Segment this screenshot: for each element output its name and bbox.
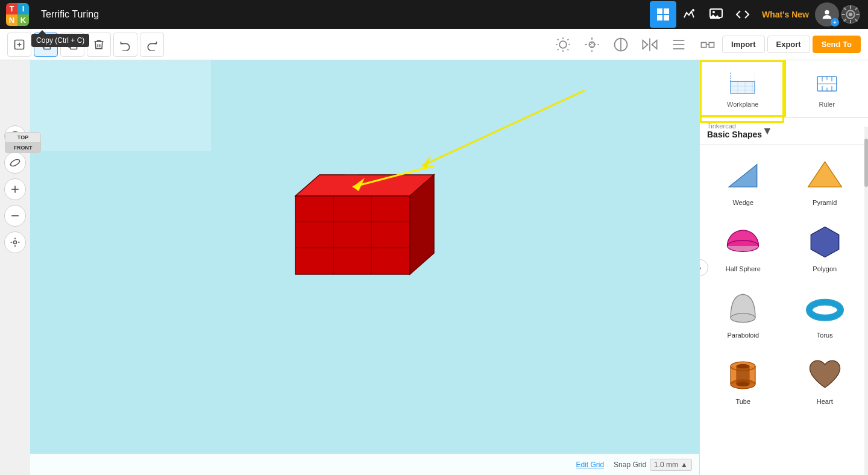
torus-label: Torus — [817, 332, 833, 339]
shape-paraboloid[interactable]: Paraboloid — [705, 282, 782, 344]
build-button[interactable] — [676, 1, 703, 28]
svg-point-10 — [825, 10, 829, 14]
export-button[interactable]: Export — [767, 36, 810, 53]
svg-point-7 — [692, 9, 694, 11]
3d-box[interactable] — [247, 154, 440, 316]
polygon-icon — [804, 221, 846, 263]
shape-pyramid[interactable]: Pyramid — [787, 149, 864, 211]
shape-half-sphere[interactable]: Half Sphere — [705, 216, 782, 277]
polygon-label: Polygon — [813, 265, 837, 272]
design-canvas[interactable]: Edit Grid Snap Grid 1.0 mm ▲ — [30, 60, 699, 475]
svg-line-31 — [558, 39, 559, 40]
shape-heart[interactable]: Heart — [787, 348, 864, 410]
tinkercad-logo[interactable]: T I N K — [6, 3, 29, 26]
undo-button[interactable] — [113, 33, 137, 57]
edit-grid-label[interactable]: Edit Grid — [576, 461, 604, 469]
paraboloid-icon — [722, 287, 764, 329]
align-button[interactable] — [667, 33, 691, 57]
svg-marker-41 — [643, 40, 647, 49]
user-profile-button[interactable]: + — [815, 2, 839, 27]
circle-button[interactable] — [609, 33, 633, 57]
workplane-button[interactable]: Workplane — [700, 60, 786, 117]
light-button[interactable] — [551, 33, 575, 57]
heart-icon — [804, 353, 846, 395]
fit-view-button[interactable] — [4, 231, 26, 253]
group-button[interactable] — [696, 33, 720, 57]
svg-marker-94 — [811, 227, 838, 257]
svg-point-13 — [849, 13, 853, 17]
view-cube-top: TOP — [5, 133, 40, 143]
svg-line-32 — [567, 49, 568, 50]
shape-tube[interactable]: Tube — [705, 348, 782, 410]
svg-point-55 — [14, 241, 17, 244]
copy-tooltip: Copy (Ctrl + C) — [31, 34, 89, 47]
redo-button[interactable] — [140, 33, 164, 57]
pyramid-icon — [804, 154, 846, 197]
svg-rect-6 — [664, 15, 669, 20]
right-panel: › Workplane — [699, 60, 868, 475]
orbit-button[interactable] — [4, 152, 26, 174]
zoom-in-button[interactable] — [4, 178, 26, 200]
svg-marker-42 — [652, 40, 657, 49]
ruler-label: Ruler — [819, 101, 835, 108]
project-title[interactable]: Terrific Turing — [41, 9, 650, 20]
view-cube[interactable]: TOP FRONT — [5, 132, 41, 153]
grid-overlay — [30, 60, 211, 151]
logo-i: I — [17, 3, 29, 14]
svg-rect-71 — [731, 81, 755, 93]
half-sphere-icon — [722, 221, 764, 263]
import-button[interactable]: Import — [722, 36, 764, 53]
snap-grid-control: Snap Grid 1.0 mm ▲ — [614, 459, 692, 471]
gallery-button[interactable] — [703, 1, 729, 28]
category-dropdown-button[interactable]: ▼ — [762, 125, 773, 137]
settings-button[interactable] — [839, 3, 862, 26]
tube-label: Tube — [735, 398, 750, 405]
add-user-badge: + — [831, 18, 839, 27]
shape-torus[interactable]: Torus — [787, 282, 864, 344]
logo-n: N — [6, 14, 17, 26]
shape-polygon[interactable]: Polygon — [787, 216, 864, 277]
torus-icon — [804, 287, 846, 329]
svg-rect-46 — [702, 42, 706, 47]
mirror-button[interactable] — [638, 33, 662, 57]
tube-icon — [722, 353, 764, 395]
whats-new-button[interactable]: What's New — [756, 6, 815, 23]
heart-label: Heart — [817, 398, 833, 405]
view-cube-front: FRONT — [5, 143, 40, 153]
category-bar: Tinkercad Basic Shapes ▼ — [700, 118, 868, 145]
workplane-label: Workplane — [727, 101, 758, 108]
zoom-out-button[interactable] — [4, 205, 26, 227]
delete-button[interactable] — [87, 33, 111, 57]
half-sphere-label: Half Sphere — [726, 265, 761, 272]
pyramid-label: Pyramid — [813, 199, 837, 206]
top-navigation: T I N K Terrific Turing What's New + — [0, 0, 868, 29]
snap-value[interactable]: 1.0 mm ▲ — [650, 459, 692, 471]
new-button[interactable] — [7, 33, 31, 57]
snap-button[interactable] — [580, 33, 604, 57]
svg-line-35 — [558, 49, 559, 50]
grid-view-button[interactable] — [650, 1, 676, 28]
shape-wedge[interactable]: Wedge — [705, 149, 782, 211]
logo-k: K — [17, 14, 29, 26]
svg-point-28 — [559, 41, 567, 48]
svg-rect-4 — [664, 8, 669, 14]
bottom-status-bar: Edit Grid Snap Grid 1.0 mm ▲ — [30, 453, 699, 475]
svg-line-36 — [567, 39, 568, 40]
code-button[interactable] — [729, 1, 756, 28]
svg-point-9 — [712, 11, 715, 13]
send-to-button[interactable]: Send To — [813, 36, 861, 53]
svg-point-105 — [737, 382, 750, 386]
import-export-group: Import Export Send To — [722, 36, 861, 53]
svg-marker-90 — [808, 162, 841, 187]
main-toolbar: Import Export Send To — [0, 29, 868, 60]
shape-tools-bar: Workplane Ruler — [700, 60, 868, 118]
paraboloid-label: Paraboloid — [727, 332, 759, 339]
svg-rect-3 — [657, 8, 662, 14]
svg-rect-47 — [709, 42, 714, 47]
ruler-button[interactable]: Ruler — [786, 60, 869, 117]
svg-point-51 — [10, 158, 21, 168]
svg-rect-104 — [737, 366, 750, 384]
svg-rect-57 — [30, 60, 211, 151]
shapes-grid: Wedge Pyramid — [700, 145, 868, 475]
logo-t: T — [6, 3, 17, 14]
